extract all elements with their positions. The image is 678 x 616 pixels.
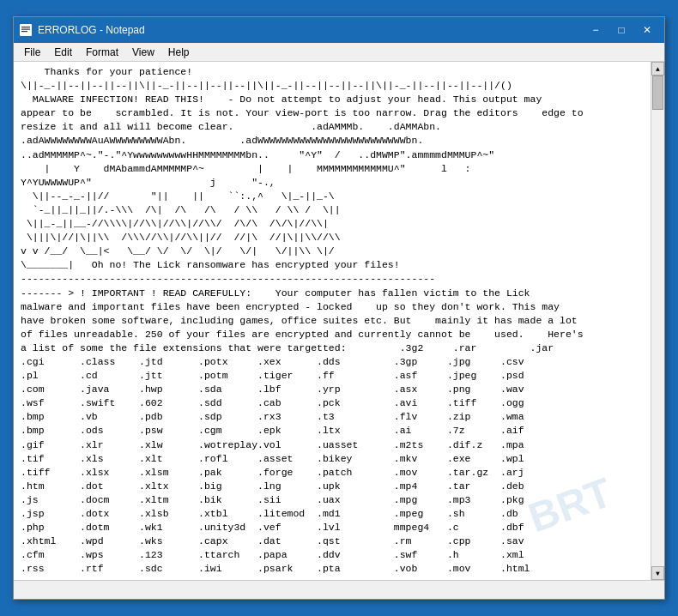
menu-edit[interactable]: Edit [47, 45, 79, 60]
minimize-button[interactable]: − [584, 21, 608, 39]
menu-format[interactable]: Format [79, 45, 125, 60]
window-controls: − □ ✕ [584, 21, 659, 39]
scroll-track[interactable] [651, 75, 664, 566]
content-area: Thanks for your patience! \||-_-||--||--… [14, 62, 664, 580]
menubar: File Edit Format View Help [14, 43, 664, 62]
maximize-button[interactable]: □ [609, 21, 633, 39]
menu-help[interactable]: Help [161, 45, 197, 60]
app-icon [19, 23, 33, 37]
close-button[interactable]: ✕ [635, 21, 659, 39]
scroll-up-button[interactable]: ▲ [651, 62, 664, 75]
svg-rect-0 [20, 24, 32, 36]
scroll-thumb[interactable] [652, 75, 663, 110]
notepad-window: ERRORLOG - Notepad − □ ✕ File Edit Forma… [13, 16, 665, 600]
vertical-scrollbar[interactable]: ▲ ▼ [651, 62, 664, 580]
text-editor[interactable]: Thanks for your patience! \||-_-||--||--… [14, 62, 651, 580]
scroll-down-button[interactable]: ▼ [651, 566, 664, 580]
svg-rect-3 [21, 31, 27, 32]
menu-view[interactable]: View [125, 45, 161, 60]
svg-rect-1 [21, 27, 30, 27]
svg-rect-2 [21, 29, 30, 30]
titlebar: ERRORLOG - Notepad − □ ✕ [14, 17, 664, 43]
menu-file[interactable]: File [17, 45, 47, 60]
statusbar [14, 580, 664, 599]
window-title: ERRORLOG - Notepad [38, 24, 584, 36]
